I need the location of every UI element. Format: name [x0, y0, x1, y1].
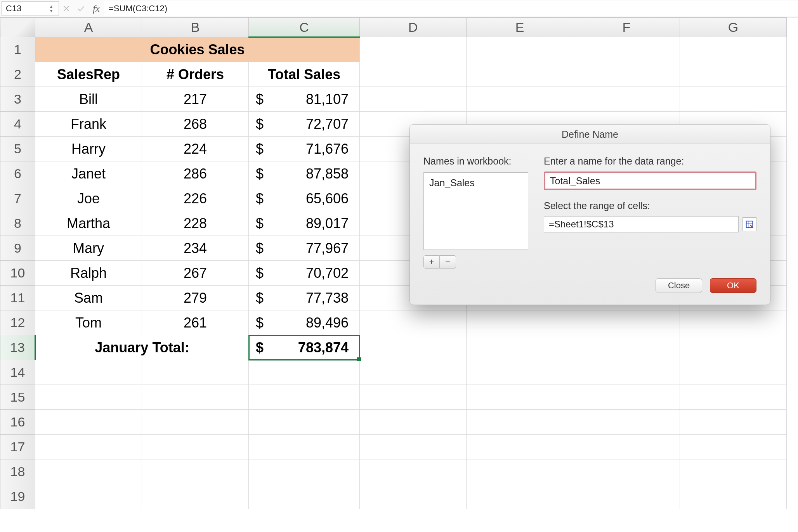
cell-E14[interactable]: [467, 360, 573, 385]
cell-F2[interactable]: [573, 62, 680, 87]
cell-A4[interactable]: Frank: [35, 112, 142, 137]
cell-D3[interactable]: [360, 87, 467, 112]
cell-G13[interactable]: [680, 335, 787, 360]
row-header-12[interactable]: 12: [0, 310, 35, 335]
names-list-item[interactable]: Jan_Sales: [429, 177, 522, 189]
row-header-5[interactable]: 5: [0, 137, 35, 161]
cell-G2[interactable]: [680, 62, 787, 87]
cancel-formula-button[interactable]: [59, 1, 74, 16]
column-header-G[interactable]: G: [680, 18, 787, 37]
cell-G16[interactable]: [680, 410, 787, 435]
header-cell-B[interactable]: # Orders: [142, 62, 249, 87]
row-header-6[interactable]: 6: [0, 161, 35, 186]
row-header-9[interactable]: 9: [0, 236, 35, 261]
cell-D17[interactable]: [360, 435, 467, 459]
range-name-input[interactable]: [544, 172, 756, 190]
ok-button[interactable]: OK: [710, 278, 756, 293]
cell-D15[interactable]: [360, 385, 467, 410]
row-header-19[interactable]: 19: [0, 484, 35, 509]
row-header-3[interactable]: 3: [0, 87, 35, 112]
cell-A8[interactable]: Martha: [35, 211, 142, 236]
cell-G19[interactable]: [680, 484, 787, 509]
column-header-A[interactable]: A: [35, 18, 142, 37]
cell-D12[interactable]: [360, 310, 467, 335]
row-header-15[interactable]: 15: [0, 385, 35, 410]
cell-E12[interactable]: [467, 310, 573, 335]
cell-C5[interactable]: $71,676: [249, 137, 360, 161]
column-header-C[interactable]: C: [249, 18, 360, 37]
cell-G15[interactable]: [680, 385, 787, 410]
cell-C11[interactable]: $77,738: [249, 286, 360, 310]
row-header-8[interactable]: 8: [0, 211, 35, 236]
header-cell-C[interactable]: Total Sales: [249, 62, 360, 87]
cell-F16[interactable]: [573, 410, 680, 435]
add-name-button[interactable]: +: [423, 255, 440, 269]
row-header-10[interactable]: 10: [0, 261, 35, 286]
cell-E1[interactable]: [467, 37, 573, 62]
name-box-stepper[interactable]: ▴ ▾: [50, 2, 57, 15]
cell-B17[interactable]: [142, 435, 249, 459]
cell-E15[interactable]: [467, 385, 573, 410]
cell-D1[interactable]: [360, 37, 467, 62]
cell-B19[interactable]: [142, 484, 249, 509]
cell-B4[interactable]: 268: [142, 112, 249, 137]
column-header-F[interactable]: F: [573, 18, 680, 37]
row-header-18[interactable]: 18: [0, 459, 35, 484]
cell-D13[interactable]: [360, 335, 467, 360]
cell-B6[interactable]: 286: [142, 161, 249, 186]
column-header-D[interactable]: D: [360, 18, 467, 37]
row-header-11[interactable]: 11: [0, 286, 35, 310]
cell-E13[interactable]: [467, 335, 573, 360]
cell-C9[interactable]: $77,967: [249, 236, 360, 261]
range-picker-button[interactable]: [742, 217, 756, 231]
cell-A14[interactable]: [35, 360, 142, 385]
cell-F19[interactable]: [573, 484, 680, 509]
cell-B9[interactable]: 234: [142, 236, 249, 261]
row-header-1[interactable]: 1: [0, 37, 35, 62]
cell-C14[interactable]: [249, 360, 360, 385]
cell-E18[interactable]: [467, 459, 573, 484]
cell-F12[interactable]: [573, 310, 680, 335]
cell-C6[interactable]: $87,858: [249, 161, 360, 186]
cell-F17[interactable]: [573, 435, 680, 459]
cell-D14[interactable]: [360, 360, 467, 385]
cell-B16[interactable]: [142, 410, 249, 435]
cell-D16[interactable]: [360, 410, 467, 435]
cell-E16[interactable]: [467, 410, 573, 435]
cell-G1[interactable]: [680, 37, 787, 62]
cell-F14[interactable]: [573, 360, 680, 385]
cell-G3[interactable]: [680, 87, 787, 112]
cell-B5[interactable]: 224: [142, 137, 249, 161]
cell-G12[interactable]: [680, 310, 787, 335]
cell-E19[interactable]: [467, 484, 573, 509]
row-header-7[interactable]: 7: [0, 186, 35, 211]
range-ref-input[interactable]: [544, 216, 739, 232]
cell-B10[interactable]: 267: [142, 261, 249, 286]
cell-B8[interactable]: 228: [142, 211, 249, 236]
cell-F13[interactable]: [573, 335, 680, 360]
total-label-cell[interactable]: January Total:: [35, 335, 249, 360]
row-header-4[interactable]: 4: [0, 112, 35, 137]
cell-F18[interactable]: [573, 459, 680, 484]
column-header-B[interactable]: B: [142, 18, 249, 37]
cell-C17[interactable]: [249, 435, 360, 459]
close-button[interactable]: Close: [656, 278, 702, 293]
column-header-E[interactable]: E: [467, 18, 573, 37]
cell-C15[interactable]: [249, 385, 360, 410]
cell-A15[interactable]: [35, 385, 142, 410]
row-header-14[interactable]: 14: [0, 360, 35, 385]
cell-A9[interactable]: Mary: [35, 236, 142, 261]
cell-F3[interactable]: [573, 87, 680, 112]
cell-C12[interactable]: $89,496: [249, 310, 360, 335]
name-box[interactable]: C13 ▴ ▾: [2, 1, 59, 16]
formula-input[interactable]: [104, 1, 798, 16]
cell-A7[interactable]: Joe: [35, 186, 142, 211]
cell-A3[interactable]: Bill: [35, 87, 142, 112]
cell-C7[interactable]: $65,606: [249, 186, 360, 211]
cell-G18[interactable]: [680, 459, 787, 484]
cell-C13[interactable]: $783,874: [249, 335, 360, 360]
cell-B12[interactable]: 261: [142, 310, 249, 335]
cell-A10[interactable]: Ralph: [35, 261, 142, 286]
cell-C3[interactable]: $81,107: [249, 87, 360, 112]
cell-D2[interactable]: [360, 62, 467, 87]
